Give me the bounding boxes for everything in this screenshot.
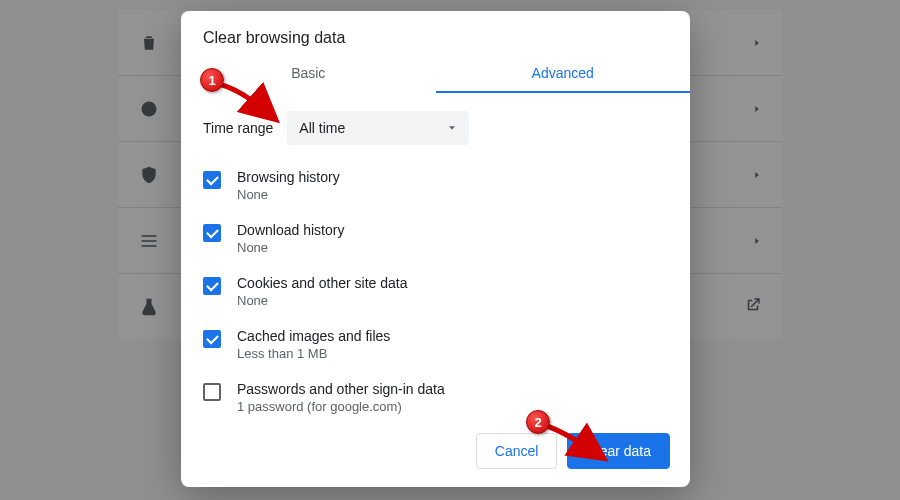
dialog-scroll-area[interactable]: Time range All time Browsing historyNone…: [181, 93, 690, 419]
option-cached[interactable]: Cached images and filesLess than 1 MB: [203, 318, 668, 371]
option-download-history[interactable]: Download historyNone: [203, 212, 668, 265]
option-sub: None: [237, 187, 340, 202]
dialog-title: Clear browsing data: [181, 11, 690, 55]
option-label: Passwords and other sign-in data: [237, 381, 445, 397]
time-range-select[interactable]: All time: [287, 111, 469, 145]
cancel-button[interactable]: Cancel: [476, 433, 558, 469]
option-browsing-history[interactable]: Browsing historyNone: [203, 159, 668, 212]
checkbox-cached[interactable]: [203, 330, 221, 348]
time-range-label: Time range: [203, 120, 273, 136]
option-label: Download history: [237, 222, 344, 238]
option-cookies[interactable]: Cookies and other site dataNone: [203, 265, 668, 318]
time-range-value: All time: [299, 120, 345, 136]
chevron-down-icon: [447, 123, 457, 133]
option-sub: 1 password (for google.com): [237, 399, 445, 414]
checkbox-cookies[interactable]: [203, 277, 221, 295]
option-sub: None: [237, 240, 344, 255]
annotation-step-2: 2: [526, 410, 550, 434]
annotation-step-1: 1: [200, 68, 224, 92]
time-range-row: Time range All time: [203, 93, 668, 159]
option-passwords[interactable]: Passwords and other sign-in data1 passwo…: [203, 371, 668, 419]
checkbox-browsing-history[interactable]: [203, 171, 221, 189]
checkbox-passwords[interactable]: [203, 383, 221, 401]
tab-advanced[interactable]: Advanced: [436, 55, 691, 93]
option-sub: Less than 1 MB: [237, 346, 390, 361]
dialog-tabs: Basic Advanced: [181, 55, 690, 93]
option-label: Browsing history: [237, 169, 340, 185]
dialog-footer: Cancel Clear data: [181, 419, 690, 487]
clear-data-button[interactable]: Clear data: [567, 433, 670, 469]
clear-browsing-data-dialog: Clear browsing data Basic Advanced Time …: [181, 11, 690, 487]
checkbox-download-history[interactable]: [203, 224, 221, 242]
option-label: Cached images and files: [237, 328, 390, 344]
option-sub: None: [237, 293, 407, 308]
option-label: Cookies and other site data: [237, 275, 407, 291]
